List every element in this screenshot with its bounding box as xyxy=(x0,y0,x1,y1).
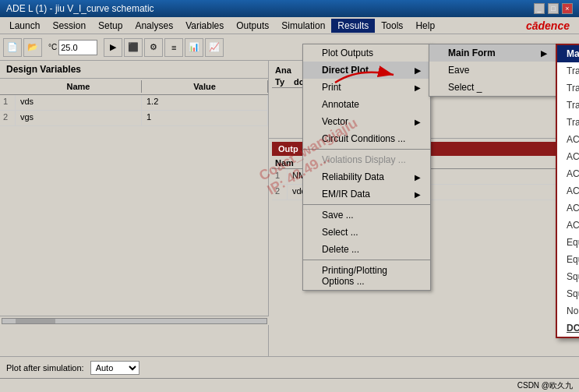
results-reliability[interactable]: Reliability Data ▶ xyxy=(303,168,430,185)
dv-row2-name: vgs xyxy=(16,111,142,125)
design-variables-panel: Design Variables Name Value 1 vds 1.2 2 … xyxy=(0,61,269,361)
menu-outputs[interactable]: Outputs xyxy=(230,19,275,33)
mf-main-form-label: Main Form xyxy=(567,48,579,59)
results-select[interactable]: Select ... xyxy=(303,224,430,241)
stop-btn[interactable]: ⬛ xyxy=(124,38,143,57)
results-save[interactable]: Save ... xyxy=(303,207,430,224)
plot-outputs-label: Plot Outputs xyxy=(322,48,373,58)
mf-ac-gain-phase[interactable]: AC Gain & Phase xyxy=(557,217,579,234)
dp-eave-label: Eave xyxy=(448,65,469,76)
output-name-header: Nam xyxy=(275,158,294,168)
dv-row1-num: 1 xyxy=(0,95,16,110)
mf-ac-gain-phase-label: AC Gain & Phase xyxy=(567,220,579,231)
results-violations: Violations Display ... xyxy=(303,151,430,168)
status-bar: CSDN @欧久九 xyxy=(0,378,579,392)
menu-launch[interactable]: Launch xyxy=(3,19,46,33)
scroll-thumb-left[interactable] xyxy=(16,319,55,323)
results-printing[interactable]: Printing/Plotting Options ... xyxy=(303,262,430,290)
print-arrow: ▶ xyxy=(415,83,421,92)
mf-ac-db10[interactable]: AC dB10 xyxy=(557,148,579,165)
mf-ac-magnitude[interactable]: AC Magnitude xyxy=(557,131,579,148)
mf-noise-figure[interactable]: Noise Figure xyxy=(557,302,579,320)
dv-row-1[interactable]: 1 vds 1.2 xyxy=(0,95,268,111)
app-title: ADE L (1) - jiu V_I_curve schematic xyxy=(6,3,154,14)
close-btn[interactable]: × xyxy=(562,3,573,14)
results-btn[interactable]: 📊 xyxy=(185,38,203,57)
arrow-annotation xyxy=(327,59,405,93)
mf-dc[interactable]: DC xyxy=(557,320,579,337)
dp-select[interactable]: Select _ xyxy=(429,79,556,96)
plot-btn[interactable]: 📈 xyxy=(205,38,224,57)
mf-ac-db20-label: AC dB20 xyxy=(567,168,579,179)
mf-transient-signal[interactable]: Transient Signal xyxy=(557,62,579,79)
menu-bar: Launch Session Setup Analyses Variables … xyxy=(0,17,579,34)
menu-sep-2 xyxy=(303,204,430,205)
settings-btn[interactable]: ⚙ xyxy=(144,38,163,57)
save-label: Save ... xyxy=(322,210,354,221)
dp-main-form[interactable]: Main Form ▶ xyxy=(429,44,556,62)
new-btn[interactable]: 📄 xyxy=(3,38,22,57)
results-vector[interactable]: Vector ▶ xyxy=(303,113,430,130)
results-annotate[interactable]: Annotate xyxy=(303,96,430,113)
open-btn[interactable]: 📂 xyxy=(23,38,42,57)
menu-setup[interactable]: Setup xyxy=(92,19,129,33)
mf-squared-output-noise[interactable]: Squared Output Noise xyxy=(557,268,579,285)
plot-select[interactable]: Auto Manual None xyxy=(90,361,139,375)
mf-ac-phase[interactable]: AC Phase xyxy=(557,182,579,200)
maximize-btn[interactable]: □ xyxy=(548,3,559,14)
dv-row1-value[interactable]: 1.2 xyxy=(142,95,268,110)
mf-main-form[interactable]: Main Form xyxy=(557,45,579,62)
scroll-track-left[interactable] xyxy=(2,318,267,324)
annotate-label: Annotate xyxy=(322,99,359,110)
mf-ac-magnitude-phase-label: AC Magnitude & Phase xyxy=(567,203,579,214)
mf-transient-minus-dc-label: Transient Minus DC xyxy=(567,83,579,94)
mf-squared-input-noise[interactable]: Squared Input Noise xyxy=(557,285,579,302)
minimize-btn[interactable]: _ xyxy=(534,3,545,14)
select-label: Select ... xyxy=(322,227,358,238)
main-form-menu[interactable]: Main Form Transient Signal Transient Min… xyxy=(556,44,579,338)
mf-transient-signal-label: Transient Signal xyxy=(567,65,579,76)
mf-transient-difference-label: Transient Difference xyxy=(567,117,579,128)
mf-transient-minus-dc[interactable]: Transient Minus DC xyxy=(557,79,579,97)
dp-select-label: Select _ xyxy=(448,82,482,93)
window-controls[interactable]: _ □ × xyxy=(534,3,573,14)
design-variables-title: Design Variables xyxy=(0,61,268,79)
dv-row-2[interactable]: 2 vgs 1 xyxy=(0,111,268,126)
menu-sep-1 xyxy=(303,149,430,150)
printing-label: Printing/Plotting Options ... xyxy=(322,265,421,287)
h-scroll-left[interactable] xyxy=(0,316,269,325)
direct-plot-menu[interactable]: Main Form ▶ Eave Select _ xyxy=(429,44,557,97)
menu-simulation[interactable]: Simulation xyxy=(275,19,331,33)
vector-label: Vector xyxy=(322,116,348,127)
ana-type-header: Ty xyxy=(275,77,284,87)
dv-table-header: Name Value xyxy=(0,79,268,95)
mf-ac-db20[interactable]: AC dB20 xyxy=(557,165,579,182)
mf-ac-db10-label: AC dB10 xyxy=(567,151,579,162)
results-circuit-conditions[interactable]: Circuit Conditions ... xyxy=(303,130,430,147)
netlist-btn[interactable]: ≡ xyxy=(164,38,183,57)
results-emir[interactable]: EM/IR Data ▶ xyxy=(303,185,430,203)
menu-help[interactable]: Help xyxy=(409,19,441,33)
out-row1-num: 1 xyxy=(272,169,288,184)
temp-input[interactable] xyxy=(58,40,97,55)
cadence-logo: cādence xyxy=(526,19,576,32)
menu-results[interactable]: Results xyxy=(331,19,375,33)
dv-row2-num: 2 xyxy=(0,111,16,125)
mf-ac-magnitude-label: AC Magnitude xyxy=(567,134,579,145)
mf-ac-phase-label: AC Phase xyxy=(567,185,579,196)
menu-tools[interactable]: Tools xyxy=(375,19,409,33)
dp-eave[interactable]: Eave xyxy=(429,62,556,79)
title-bar: ADE L (1) - jiu V_I_curve schematic _ □ … xyxy=(0,0,579,17)
menu-analyses[interactable]: Analyses xyxy=(129,19,179,33)
menu-session[interactable]: Session xyxy=(46,19,92,33)
mf-transient-sum[interactable]: Transient Sum xyxy=(557,97,579,114)
mf-equiv-input-noise[interactable]: Equivalent Input Noise xyxy=(557,251,579,268)
mf-equiv-output-noise[interactable]: Equivalent Output Noise xyxy=(557,234,579,251)
run-btn[interactable]: ▶ xyxy=(104,38,122,57)
menu-variables[interactable]: Variables xyxy=(179,19,230,33)
mf-transient-difference[interactable]: Transient Difference xyxy=(557,114,579,131)
dv-row2-value[interactable]: 1 xyxy=(142,111,268,125)
status-csdn: CSDN @欧久九 xyxy=(511,380,579,391)
results-delete[interactable]: Delete ... xyxy=(303,241,430,258)
mf-ac-magnitude-phase[interactable]: AC Magnitude & Phase xyxy=(557,200,579,217)
